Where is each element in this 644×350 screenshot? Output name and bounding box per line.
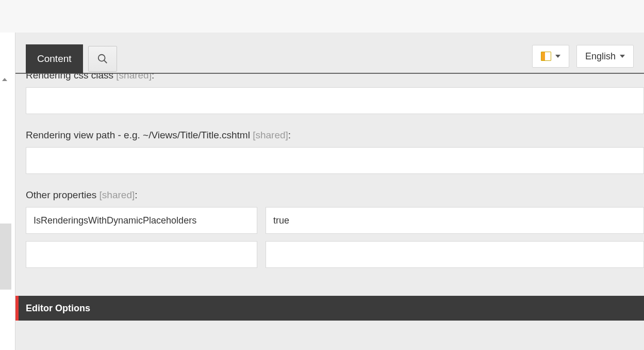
label-text: Other properties (26, 189, 96, 200)
property-row (26, 207, 644, 234)
shared-tag: [shared] (253, 130, 288, 140)
property-key-input[interactable] (26, 207, 257, 234)
property-key-input[interactable] (26, 241, 257, 268)
field-other-properties: Other properties [shared]: (26, 189, 644, 268)
property-row (26, 241, 644, 268)
toolbar-right-group: English (532, 45, 634, 68)
editor-toolbar: Content English (15, 33, 644, 74)
other-properties-rows (26, 207, 644, 268)
property-value-input[interactable] (266, 241, 644, 268)
language-button[interactable]: English (576, 45, 634, 68)
notebook-icon (541, 52, 551, 61)
colon: : (135, 189, 137, 200)
field-label: Rendering view path - e.g. ~/Views/Title… (26, 130, 644, 141)
ribbon-area (0, 0, 644, 33)
svg-point-0 (98, 55, 105, 61)
label-text: Rendering css class (26, 74, 113, 81)
colon: : (288, 130, 291, 140)
language-label: English (585, 51, 616, 62)
rendering-css-class-input[interactable] (26, 87, 644, 114)
svg-line-1 (104, 60, 107, 63)
versions-button[interactable] (532, 45, 569, 68)
section-editor-options[interactable]: Editor Options (15, 296, 644, 321)
sidebar-selection-indicator (0, 224, 11, 290)
editor-main: Content English (15, 33, 644, 350)
field-rendering-css-class: Rendering css class [shared]: (26, 74, 644, 114)
search-button[interactable] (88, 46, 117, 72)
property-value-input[interactable] (266, 207, 644, 234)
rendering-view-path-input[interactable] (26, 147, 644, 174)
chevron-down-icon (620, 55, 625, 58)
tab-content[interactable]: Content (26, 44, 83, 73)
tree-sidebar-collapsed (0, 33, 15, 350)
body-region: Content English (0, 33, 644, 350)
chevron-down-icon (555, 55, 560, 58)
shared-tag: [shared] (100, 189, 135, 200)
label-text: Rendering view path - e.g. ~/Views/Title… (26, 130, 250, 140)
expand-tree-icon[interactable] (2, 78, 7, 81)
section-title: Editor Options (26, 303, 90, 314)
app-root: Content English (0, 0, 644, 350)
field-label: Other properties [shared]: (26, 189, 644, 201)
colon: : (152, 74, 154, 81)
field-rendering-view-path: Rendering view path - e.g. ~/Views/Title… (26, 130, 644, 174)
search-icon (97, 53, 108, 65)
shared-tag: [shared] (116, 74, 152, 81)
field-label: Rendering css class [shared]: (26, 74, 644, 81)
field-editor-scroll[interactable]: Rendering css class [shared]: Rendering … (15, 74, 644, 350)
